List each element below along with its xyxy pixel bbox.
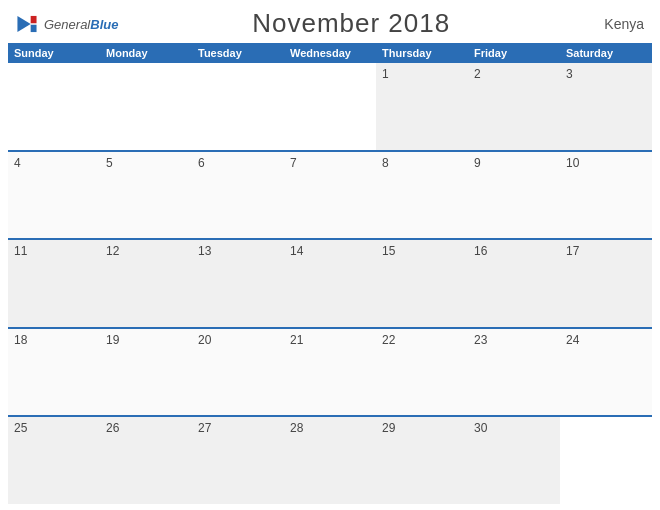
day-cell: 23: [468, 329, 560, 416]
day-cell: 30: [468, 417, 560, 504]
day-number: 1: [382, 67, 462, 81]
day-headers: SundayMondayTuesdayWednesdayThursdayFrid…: [8, 43, 652, 63]
day-cell: 20: [192, 329, 284, 416]
header: GeneralBlue November 2018 Kenya: [0, 0, 660, 43]
day-number: 22: [382, 333, 462, 347]
day-number: 9: [474, 156, 554, 170]
svg-rect-2: [31, 15, 37, 22]
day-number: 23: [474, 333, 554, 347]
day-number: 15: [382, 244, 462, 258]
logo: GeneralBlue: [16, 13, 118, 35]
day-header-sunday: Sunday: [8, 43, 100, 63]
day-number: 13: [198, 244, 278, 258]
logo-general: General: [44, 17, 90, 32]
logo-blue: Blue: [90, 17, 118, 32]
day-number: 20: [198, 333, 278, 347]
week-row-5: 252627282930: [8, 415, 652, 504]
day-cell: 22: [376, 329, 468, 416]
day-cell: 13: [192, 240, 284, 327]
day-number: 6: [198, 156, 278, 170]
day-number: 29: [382, 421, 462, 435]
day-header-friday: Friday: [468, 43, 560, 63]
generalblue-logo-icon: [16, 13, 38, 35]
day-cell: [100, 63, 192, 150]
day-cell: 1: [376, 63, 468, 150]
day-cell: 18: [8, 329, 100, 416]
weeks: 1234567891011121314151617181920212223242…: [8, 63, 652, 504]
day-number: 16: [474, 244, 554, 258]
day-cell: 14: [284, 240, 376, 327]
day-cell: 24: [560, 329, 652, 416]
day-number: 14: [290, 244, 370, 258]
day-number: 18: [14, 333, 94, 347]
day-number: 11: [14, 244, 94, 258]
day-number: 26: [106, 421, 186, 435]
day-cell: 15: [376, 240, 468, 327]
svg-marker-1: [17, 15, 30, 31]
week-row-1: 123: [8, 63, 652, 150]
day-cell: 7: [284, 152, 376, 239]
day-number: 21: [290, 333, 370, 347]
day-cell: [8, 63, 100, 150]
day-header-thursday: Thursday: [376, 43, 468, 63]
day-number: 8: [382, 156, 462, 170]
day-number: 30: [474, 421, 554, 435]
day-header-monday: Monday: [100, 43, 192, 63]
svg-rect-3: [31, 24, 37, 31]
day-cell: [284, 63, 376, 150]
day-cell: 26: [100, 417, 192, 504]
day-number: 17: [566, 244, 646, 258]
calendar: SundayMondayTuesdayWednesdayThursdayFrid…: [0, 43, 660, 510]
day-number: 25: [14, 421, 94, 435]
week-row-3: 11121314151617: [8, 238, 652, 327]
day-cell: [560, 417, 652, 504]
day-number: 10: [566, 156, 646, 170]
day-cell: 10: [560, 152, 652, 239]
day-cell: 3: [560, 63, 652, 150]
week-row-2: 45678910: [8, 150, 652, 239]
day-number: 5: [106, 156, 186, 170]
week-row-4: 18192021222324: [8, 327, 652, 416]
day-header-wednesday: Wednesday: [284, 43, 376, 63]
page: GeneralBlue November 2018 Kenya SundayMo…: [0, 0, 660, 510]
day-cell: 27: [192, 417, 284, 504]
day-cell: 16: [468, 240, 560, 327]
day-cell: 4: [8, 152, 100, 239]
day-number: 2: [474, 67, 554, 81]
day-cell: [192, 63, 284, 150]
day-cell: 21: [284, 329, 376, 416]
day-cell: 12: [100, 240, 192, 327]
day-cell: 25: [8, 417, 100, 504]
day-cell: 5: [100, 152, 192, 239]
country-label: Kenya: [584, 16, 644, 32]
month-title: November 2018: [118, 8, 584, 39]
day-number: 27: [198, 421, 278, 435]
day-cell: 8: [376, 152, 468, 239]
day-cell: 9: [468, 152, 560, 239]
day-number: 12: [106, 244, 186, 258]
day-number: 24: [566, 333, 646, 347]
day-number: 4: [14, 156, 94, 170]
day-cell: 19: [100, 329, 192, 416]
day-number: 19: [106, 333, 186, 347]
day-number: 3: [566, 67, 646, 81]
day-number: 7: [290, 156, 370, 170]
day-header-tuesday: Tuesday: [192, 43, 284, 63]
day-cell: 6: [192, 152, 284, 239]
day-cell: 2: [468, 63, 560, 150]
day-cell: 11: [8, 240, 100, 327]
day-cell: 28: [284, 417, 376, 504]
day-header-saturday: Saturday: [560, 43, 652, 63]
logo-text: GeneralBlue: [44, 15, 118, 33]
day-number: 28: [290, 421, 370, 435]
day-cell: 17: [560, 240, 652, 327]
day-cell: 29: [376, 417, 468, 504]
